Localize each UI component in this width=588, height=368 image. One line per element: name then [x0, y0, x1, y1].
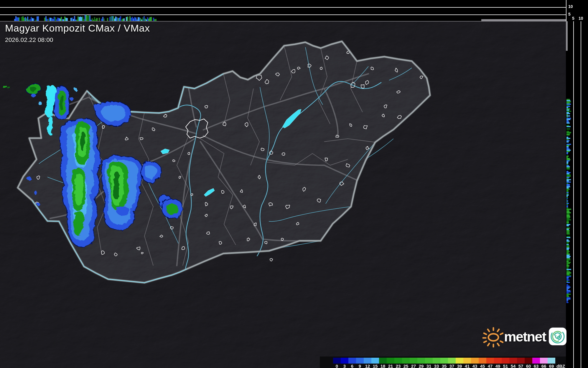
dbz-tick-label: 60 — [525, 364, 532, 368]
dbz-tick-label: 57 — [517, 364, 525, 368]
dbz-color-cell — [494, 358, 502, 364]
dbz-color-cell — [532, 358, 540, 364]
dbz-tick-label: 69 — [548, 364, 555, 368]
dbz-color-cell — [463, 358, 471, 364]
dbz-tick-label: 18 — [379, 364, 387, 368]
top-axis-5km-label: 5 — [568, 12, 571, 16]
dbz-color-scale: 0369121518212325272931333537394143454749… — [320, 356, 566, 368]
dbz-color-cell — [348, 358, 356, 364]
vmax-top-profile-panel — [0, 0, 566, 21]
dbz-tick-label: 15 — [371, 364, 379, 368]
dbz-tick-label: 9 — [356, 364, 364, 368]
echo-blob-f — [161, 198, 182, 218]
map-top-border — [0, 21, 566, 22]
dbz-color-cell — [517, 358, 525, 364]
dbz-tick-label: 66 — [540, 364, 548, 368]
dbz-tick-label: 49 — [494, 364, 502, 368]
dbz-color-cell — [341, 358, 348, 364]
dbz-tick-label: 33 — [433, 364, 440, 368]
radar-map — [0, 21, 566, 368]
dbz-color-cell — [333, 358, 341, 364]
dbz-tick-label: 29 — [417, 364, 425, 368]
vmax-right-profile-bars — [566, 21, 588, 368]
dbz-color-cell — [486, 358, 494, 364]
radar-product-screen: 10 5 5 10 — [0, 0, 588, 368]
dbz-color-cell — [402, 358, 410, 364]
header: Magyar Kompozit CMax / VMax 2026.02.22 0… — [5, 22, 150, 43]
vmax-top-profile-bars — [0, 0, 566, 21]
dbz-color-cell — [502, 358, 509, 364]
dbz-tick-label: 37 — [448, 364, 456, 368]
top-axis-10km-label: 10 — [568, 4, 573, 9]
dbz-tick-label: 35 — [440, 364, 448, 368]
dbz-tick-label: 39 — [456, 364, 463, 368]
dbz-tick-label: 3 — [341, 364, 348, 368]
right-axis-10km-label: 10 — [579, 16, 583, 20]
hungary-map-canvas — [0, 21, 566, 368]
dbz-color-cell — [479, 358, 486, 364]
dbz-color-cell — [471, 358, 479, 364]
dbz-color-cell — [540, 358, 548, 364]
branding: metnet — [482, 325, 569, 348]
dbz-tick-label: 6 — [348, 364, 356, 368]
dbz-color-cell — [448, 358, 456, 364]
map-right-border-segment — [566, 21, 568, 51]
dbz-unit-label: dBZ — [556, 364, 565, 368]
dbz-tick-label: 43 — [471, 364, 479, 368]
dbz-color-cell — [394, 358, 402, 364]
vmax-right-profile-panel — [566, 21, 588, 368]
dbz-tick-label: 31 — [425, 364, 433, 368]
dbz-tick-labels: 0369121518212325272931333537394143454749… — [333, 364, 555, 368]
dbz-color-blocks — [333, 358, 555, 364]
dbz-tick-label: 0 — [333, 364, 341, 368]
dbz-color-cell — [410, 358, 417, 364]
dbz-tick-label: 21 — [387, 364, 394, 368]
metnet-app-icon — [549, 328, 566, 345]
dbz-color-cell — [433, 358, 440, 364]
right-axis-5km-label: 5 — [572, 16, 574, 20]
timestamp: 2026.02.22 08:00 — [5, 36, 150, 43]
dbz-tick-label: 27 — [410, 364, 417, 368]
panel-separator-line — [566, 0, 566, 21]
dbz-tick-label: 25 — [402, 364, 410, 368]
metnet-wordmark: metnet — [504, 328, 546, 345]
dbz-tick-label: 45 — [479, 364, 486, 368]
dbz-color-cell — [456, 358, 463, 364]
dbz-color-cell — [417, 358, 425, 364]
dbz-tick-label: 12 — [364, 364, 371, 368]
dbz-color-cell — [525, 358, 532, 364]
dbz-tick-label: 41 — [463, 364, 471, 368]
dbz-tick-label: 63 — [532, 364, 540, 368]
dbz-color-cell — [387, 358, 394, 364]
dbz-color-cell — [371, 358, 379, 364]
dbz-tick-label: 51 — [502, 364, 509, 368]
map-top-border-segment — [481, 19, 566, 21]
dbz-tick-label: 54 — [509, 364, 517, 368]
page-title: Magyar Kompozit CMax / VMax — [5, 22, 150, 34]
dbz-color-cell — [440, 358, 448, 364]
dbz-tick-label: 23 — [394, 364, 402, 368]
dbz-color-cell — [356, 358, 364, 364]
dbz-color-cell — [425, 358, 433, 364]
dbz-tick-label: 47 — [486, 364, 494, 368]
sun-icon — [482, 325, 503, 348]
dbz-color-cell — [364, 358, 371, 364]
dbz-color-cell — [509, 358, 517, 364]
dbz-color-cell — [548, 358, 555, 364]
dbz-color-cell — [379, 358, 387, 364]
